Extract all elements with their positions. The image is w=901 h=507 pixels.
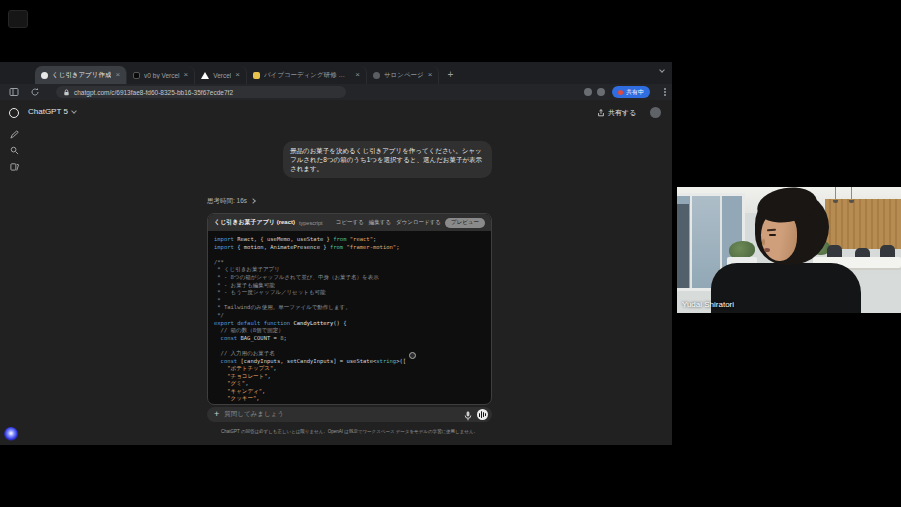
preview-button[interactable]: プレビュー xyxy=(445,218,485,228)
canvas-title: くじ引きお菓子アプリ (react) xyxy=(214,218,295,227)
screen-share-artifact xyxy=(8,10,28,28)
composer-placeholder[interactable]: 質問してみましょう xyxy=(224,410,459,419)
tabs-container: くじ引きアプリ作成×v0 by Vercel×Vercel×バイブコーディング研… xyxy=(35,62,439,84)
sidepanel-icon[interactable] xyxy=(9,87,19,97)
tab-close-icon[interactable]: × xyxy=(115,71,120,79)
lock-icon xyxy=(63,89,70,96)
tab-favicon xyxy=(133,72,140,79)
url-text: chatgpt.com/c/6913fae8-fd60-8325-bb16-35… xyxy=(74,89,233,96)
refresh-icon[interactable] xyxy=(30,87,40,97)
url-bar[interactable]: chatgpt.com/c/6913fae8-fd60-8325-bb16-35… xyxy=(56,86,346,98)
code-line xyxy=(214,342,485,350)
tab-label: サロンページ xyxy=(384,71,424,80)
meeting-stage: くじ引きアプリ作成×v0 by Vercel×Vercel×バイブコーディング研… xyxy=(0,0,901,507)
canvas-action-button[interactable]: コピーする xyxy=(336,219,364,226)
tab-close-icon[interactable]: × xyxy=(428,71,433,79)
share-button-label: 共有する xyxy=(608,108,636,118)
browser-tab[interactable]: v0 by Vercel× xyxy=(127,66,195,84)
chevron-down-icon[interactable] xyxy=(659,67,665,73)
new-chat-icon[interactable] xyxy=(10,130,19,139)
library-icon[interactable] xyxy=(10,162,19,171)
person-mouth xyxy=(764,248,770,252)
building-silhouette xyxy=(677,204,689,288)
code-line: export default function CandyLottery() { xyxy=(214,320,485,328)
user-message-bubble: 景品のお菓子を決めるくじ引きアプリを作ってください。シャッフルされた8つの箱のう… xyxy=(283,141,492,178)
wood-panel-wall xyxy=(825,199,901,249)
browser-tab[interactable]: サロンページ× xyxy=(367,66,439,84)
mouse-cursor xyxy=(409,352,416,359)
tab-label: v0 by Vercel xyxy=(144,72,179,79)
code-line: "チョコレート", xyxy=(214,373,485,381)
code-line: // 入力用のお菓子名 xyxy=(214,350,485,358)
tab-favicon xyxy=(253,72,260,79)
tab-label: バイブコーディング研修 用デ xyxy=(264,71,351,80)
message-composer[interactable]: + 質問してみましょう xyxy=(207,407,492,422)
code-line: // 箱の数（8個で固定） xyxy=(214,327,485,335)
canvas-actions: コピーする編集するダウンロードする xyxy=(336,219,441,226)
browser-tab[interactable]: くじ引きアプリ作成× xyxy=(35,66,127,84)
code-line: "ポテトチップス", xyxy=(214,365,485,373)
code-line: const [candyInputs, setCandyInputs] = us… xyxy=(214,358,485,366)
recording-dot-icon xyxy=(618,90,623,95)
tab-favicon xyxy=(201,72,209,79)
code-line: */ xyxy=(214,312,485,320)
browser-menu-icon[interactable] xyxy=(664,88,666,90)
code-line: * Tailwindのみ使用。単一ファイルで動作します。 xyxy=(214,304,485,312)
browser-window: くじ引きアプリ作成×v0 by Vercel×Vercel×バイブコーディング研… xyxy=(0,62,672,445)
share-icon xyxy=(597,109,605,117)
pendant-lamp-shade xyxy=(833,200,838,203)
chevron-right-icon xyxy=(250,198,256,204)
attach-plus-icon[interactable]: + xyxy=(214,410,219,419)
mic-icon[interactable] xyxy=(464,411,472,419)
tab-favicon xyxy=(373,72,380,79)
chatgpt-page: ChatGPT 5 共有する 景品のお菓子を決めるくじ引きアプリを作ってください… xyxy=(0,100,672,445)
code-canvas-header: くじ引きお菓子アプリ (react) typescript コピーする編集するダ… xyxy=(208,214,491,231)
code-line: * - お菓子も編集可能 xyxy=(214,282,485,290)
code-line: /** xyxy=(214,259,485,267)
pendant-lamp-shade xyxy=(849,200,854,203)
participant-name-label: Yudai Shiratori xyxy=(682,300,734,309)
extensions-icon[interactable] xyxy=(584,88,592,96)
code-line: "クッキー", xyxy=(214,395,485,403)
thinking-time-label: 思考時間: 16s xyxy=(207,197,247,206)
profile-icon[interactable] xyxy=(597,88,605,96)
sharing-badge-label: 共有中 xyxy=(626,88,644,97)
tab-close-icon[interactable]: × xyxy=(235,71,240,79)
voice-mode-icon[interactable] xyxy=(477,409,488,420)
thinking-time-toggle[interactable]: 思考時間: 16s xyxy=(207,197,255,206)
code-line: "グミ", xyxy=(214,380,485,388)
share-button[interactable]: 共有する xyxy=(597,108,636,118)
model-selector[interactable]: ChatGPT 5 xyxy=(28,107,76,116)
model-label: ChatGPT 5 xyxy=(28,107,68,116)
browser-tab-strip: くじ引きアプリ作成×v0 by Vercel×Vercel×バイブコーディング研… xyxy=(0,62,672,84)
avatar[interactable] xyxy=(650,107,661,118)
webcam-video: Yudai Shiratori xyxy=(677,187,901,313)
browser-tab[interactable]: バイブコーディング研修 用デ× xyxy=(247,66,367,84)
pendant-lamp xyxy=(835,187,836,201)
browser-tab[interactable]: Vercel× xyxy=(195,66,247,84)
code-line: * - もう一度シャッフル／リセットも可能 xyxy=(214,289,485,297)
tab-sharing-badge[interactable]: 共有中 xyxy=(612,86,650,98)
code-line: "キャンディ", xyxy=(214,388,485,396)
cursor-highlight-orb xyxy=(4,427,18,441)
new-tab-icon[interactable]: + xyxy=(447,69,453,80)
code-line: import React, { useMemo, useState } from… xyxy=(214,236,485,244)
tab-label: Vercel xyxy=(213,72,231,79)
code-line xyxy=(214,251,485,259)
search-icon[interactable] xyxy=(10,146,19,155)
code-line: * xyxy=(214,297,485,305)
tab-favicon xyxy=(41,72,48,79)
person-eye xyxy=(769,234,776,236)
chat-column: 景品のお菓子を決めるくじ引きアプリを作ってください。シャッフルされた8つの箱のう… xyxy=(207,100,492,445)
tab-label: くじ引きアプリ作成 xyxy=(52,71,111,80)
tab-close-icon[interactable]: × xyxy=(355,71,360,79)
code-body[interactable]: import React, { useMemo, useState } from… xyxy=(208,231,491,405)
code-line: import { motion, AnimatePresence } from … xyxy=(214,244,485,252)
code-line: * くじ引きお菓子アプリ xyxy=(214,266,485,274)
tab-close-icon[interactable]: × xyxy=(184,71,189,79)
pendant-lamp xyxy=(851,187,852,201)
chatgpt-logo-icon xyxy=(9,108,19,118)
canvas-action-button[interactable]: ダウンロードする xyxy=(396,219,441,226)
disclaimer-text: ChatGPT の回答は必ずしも正しいとは限りません。OpenAI は既定でワー… xyxy=(207,429,492,434)
canvas-action-button[interactable]: 編集する xyxy=(369,219,391,226)
